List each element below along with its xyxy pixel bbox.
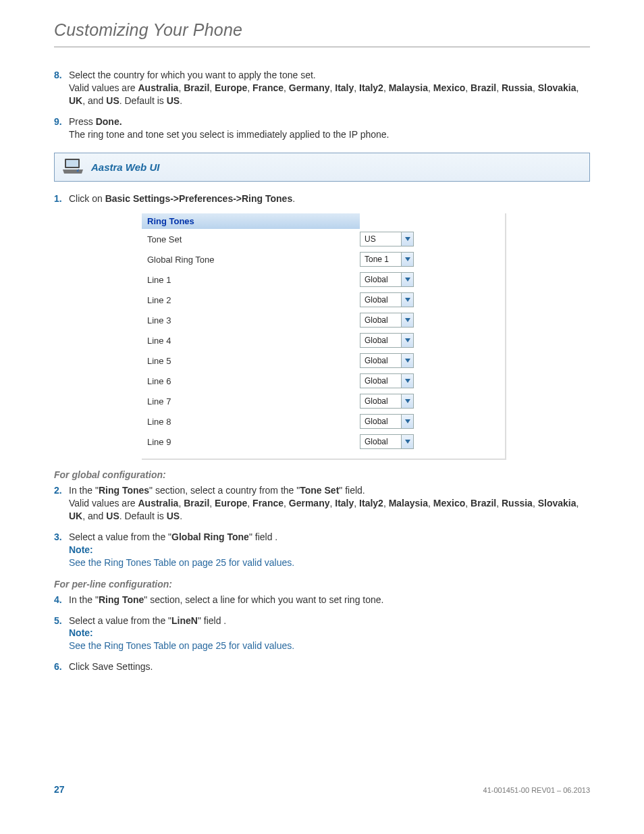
ring-tone-row-label: Line 5 [147, 356, 360, 366]
chevron-down-icon[interactable] [401, 253, 413, 266]
t: See the [69, 557, 104, 568]
svg-marker-12 [405, 419, 410, 423]
ring-tone-row: Line 6Global [142, 371, 505, 391]
svg-marker-5 [405, 278, 410, 282]
svg-rect-1 [66, 160, 78, 167]
ring-tone-select[interactable]: Global [360, 333, 414, 348]
t: " section, select a line for which you w… [144, 594, 383, 605]
page-link[interactable]: page 25 [192, 557, 226, 568]
ring-tone-select[interactable]: Global [360, 272, 414, 287]
select-value: Global [360, 415, 401, 428]
ring-tone-row-label: Line 4 [147, 336, 360, 346]
svg-marker-6 [405, 298, 410, 302]
step-number: 1. [54, 192, 62, 205]
step-9: 9. Press Done. The ring tone and tone se… [54, 115, 590, 141]
ring-tone-row-label: Line 9 [147, 437, 360, 447]
t: See the [69, 640, 104, 651]
top-steps: 8. Select the country for which you want… [54, 69, 590, 140]
step-text: Click on [69, 193, 105, 204]
ring-tone-row: Tone SetUS [142, 229, 505, 249]
ring-tone-select[interactable]: US [360, 232, 414, 246]
ring-tone-row-label: Line 8 [147, 417, 360, 427]
chevron-down-icon[interactable] [401, 313, 413, 327]
note-label: Note: [69, 627, 93, 638]
step-4: 4. In the "Ring Tone" section, select a … [54, 594, 590, 606]
select-value: Global [360, 354, 401, 367]
ring-tone-row: Line 4Global [142, 330, 505, 350]
breadcrumb-path: Basic Settings->Preferences->Ring Tones [105, 193, 293, 204]
chevron-down-icon[interactable] [401, 232, 413, 246]
step-number: 2. [54, 484, 62, 497]
page-link[interactable]: page 25 [192, 640, 226, 651]
svg-marker-9 [405, 359, 410, 363]
section-title: Aastra Web UI [91, 161, 159, 173]
web-ui-steps: 1. Click on Basic Settings->Preferences-… [54, 192, 590, 205]
ring-tone-row: Line 7Global [142, 391, 505, 411]
ring-tones-table-link[interactable]: Ring Tones Table [104, 640, 176, 651]
page-title: Customizing Your Phone [54, 20, 590, 47]
select-value: Global [360, 293, 401, 307]
step-number: 6. [54, 660, 62, 673]
ring-tone-select[interactable]: Global [360, 313, 414, 328]
svg-marker-3 [405, 237, 410, 241]
ring-tone-row: Line 1Global [142, 269, 505, 290]
svg-marker-10 [405, 379, 410, 383]
chevron-down-icon[interactable] [401, 293, 413, 307]
per-line-steps: 4. In the "Ring Tone" section, select a … [54, 594, 590, 673]
chevron-down-icon[interactable] [401, 415, 413, 428]
ring-tone-select[interactable]: Tone 1 [360, 252, 414, 267]
t: for valid values. [226, 640, 294, 651]
ring-tone-row-label: Global Ring Tone [147, 255, 360, 265]
ring-tones-table-link[interactable]: Ring Tones Table [104, 557, 176, 568]
step-text: Click Save Settings. [69, 661, 153, 672]
ring-tone-row-label: Tone Set [147, 234, 360, 244]
valid-values: Valid values are Australia, Brazil, Euro… [69, 498, 579, 521]
svg-marker-4 [405, 257, 410, 261]
t: " section, select a country from the " [149, 485, 300, 496]
step-1: 1. Click on Basic Settings->Preferences-… [54, 192, 590, 205]
svg-marker-2 [63, 170, 83, 174]
chevron-down-icon[interactable] [401, 374, 413, 388]
select-value: Global [360, 374, 401, 388]
step-text: Press [69, 116, 96, 127]
b: Ring Tone [99, 594, 144, 605]
ring-tone-select[interactable]: Global [360, 434, 414, 449]
t: for valid values. [226, 557, 294, 568]
b: Ring Tones [99, 485, 149, 496]
ring-tone-select[interactable]: Global [360, 394, 414, 409]
t: " field. [339, 485, 365, 496]
chevron-down-icon[interactable] [401, 435, 413, 448]
global-config-heading: For global configuration: [54, 469, 590, 480]
b: Global Ring Tone [171, 531, 249, 542]
ring-tone-row: Line 9Global [142, 432, 505, 452]
t: on [176, 557, 192, 568]
valid-values: Valid values are Australia, Brazil, Euro… [69, 82, 579, 106]
page-footer: 27 41-001451-00 REV01 – 06.2013 [54, 784, 590, 795]
ring-tone-select[interactable]: Global [360, 353, 414, 368]
ring-tone-select[interactable]: Global [360, 292, 414, 307]
step-number: 8. [54, 69, 62, 82]
ring-tone-row-label: Line 6 [147, 376, 360, 386]
chevron-down-icon[interactable] [401, 394, 413, 408]
t: In the " [69, 485, 99, 496]
ring-tone-row: Line 2Global [142, 290, 505, 310]
step-number: 4. [54, 594, 62, 606]
aastra-web-ui-section: Aastra Web UI [54, 153, 590, 182]
global-steps: 2. In the "Ring Tones" section, select a… [54, 484, 590, 569]
t: on [176, 640, 192, 651]
ring-tone-row-label: Line 7 [147, 396, 360, 407]
ring-tones-panel: Ring Tones Tone SetUSGlobal Ring ToneTon… [142, 213, 506, 460]
step-after: The ring tone and tone set you select is… [69, 129, 389, 140]
step-8: 8. Select the country for which you want… [54, 69, 590, 107]
doc-id: 41-001451-00 REV01 – 06.2013 [483, 786, 590, 794]
ring-tone-select[interactable]: Global [360, 414, 414, 429]
t: " field . [249, 531, 277, 542]
ring-tone-select[interactable]: Global [360, 373, 414, 388]
chevron-down-icon[interactable] [401, 334, 413, 347]
note-label: Note: [69, 544, 93, 555]
chevron-down-icon[interactable] [401, 354, 413, 367]
step-text: Select the country for which you want to… [69, 70, 316, 80]
t: Select a value from the " [69, 531, 171, 542]
chevron-down-icon[interactable] [401, 273, 413, 286]
note-text: See the Ring Tones Table on page 25 for … [69, 640, 294, 651]
